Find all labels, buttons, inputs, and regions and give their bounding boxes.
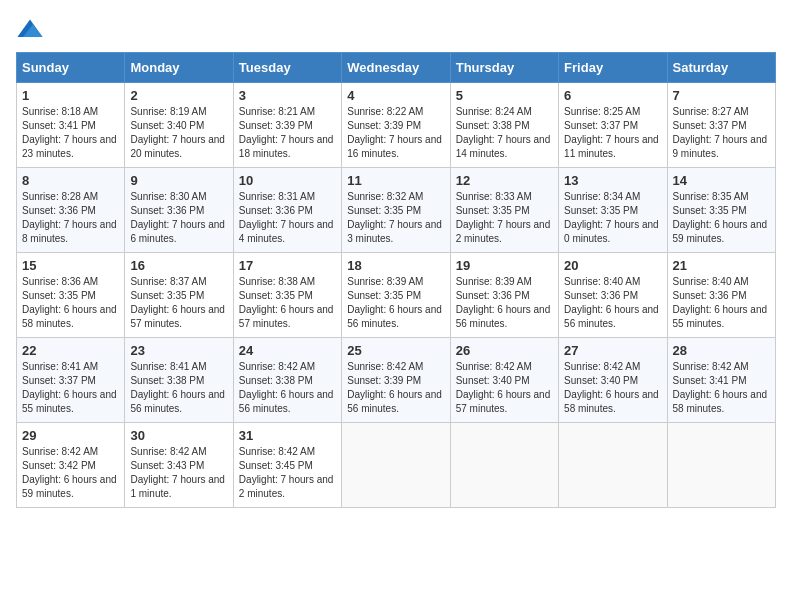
day-info: Sunrise: 8:42 AMSunset: 3:38 PMDaylight:… (239, 360, 336, 416)
day-info: Sunrise: 8:41 AMSunset: 3:37 PMDaylight:… (22, 360, 119, 416)
day-number: 11 (347, 173, 444, 188)
day-cell: 2 Sunrise: 8:19 AMSunset: 3:40 PMDayligh… (125, 83, 233, 168)
day-info: Sunrise: 8:42 AMSunset: 3:41 PMDaylight:… (673, 360, 770, 416)
day-info: Sunrise: 8:32 AMSunset: 3:35 PMDaylight:… (347, 190, 444, 246)
day-cell: 14 Sunrise: 8:35 AMSunset: 3:35 PMDaylig… (667, 168, 775, 253)
header-row: SundayMondayTuesdayWednesdayThursdayFrid… (17, 53, 776, 83)
header-thursday: Thursday (450, 53, 558, 83)
day-info: Sunrise: 8:34 AMSunset: 3:35 PMDaylight:… (564, 190, 661, 246)
day-number: 18 (347, 258, 444, 273)
day-cell (667, 423, 775, 508)
day-number: 26 (456, 343, 553, 358)
day-cell: 8 Sunrise: 8:28 AMSunset: 3:36 PMDayligh… (17, 168, 125, 253)
day-info: Sunrise: 8:42 AMSunset: 3:42 PMDaylight:… (22, 445, 119, 501)
day-cell (450, 423, 558, 508)
day-number: 8 (22, 173, 119, 188)
day-number: 3 (239, 88, 336, 103)
day-info: Sunrise: 8:28 AMSunset: 3:36 PMDaylight:… (22, 190, 119, 246)
day-number: 21 (673, 258, 770, 273)
day-number: 20 (564, 258, 661, 273)
week-row-3: 15 Sunrise: 8:36 AMSunset: 3:35 PMDaylig… (17, 253, 776, 338)
day-cell: 24 Sunrise: 8:42 AMSunset: 3:38 PMDaylig… (233, 338, 341, 423)
day-number: 7 (673, 88, 770, 103)
logo (16, 16, 48, 44)
day-info: Sunrise: 8:19 AMSunset: 3:40 PMDaylight:… (130, 105, 227, 161)
day-info: Sunrise: 8:30 AMSunset: 3:36 PMDaylight:… (130, 190, 227, 246)
day-cell: 22 Sunrise: 8:41 AMSunset: 3:37 PMDaylig… (17, 338, 125, 423)
day-number: 28 (673, 343, 770, 358)
day-number: 10 (239, 173, 336, 188)
day-number: 1 (22, 88, 119, 103)
day-info: Sunrise: 8:42 AMSunset: 3:43 PMDaylight:… (130, 445, 227, 501)
day-cell: 21 Sunrise: 8:40 AMSunset: 3:36 PMDaylig… (667, 253, 775, 338)
calendar-table: SundayMondayTuesdayWednesdayThursdayFrid… (16, 52, 776, 508)
header-saturday: Saturday (667, 53, 775, 83)
header-wednesday: Wednesday (342, 53, 450, 83)
day-cell: 20 Sunrise: 8:40 AMSunset: 3:36 PMDaylig… (559, 253, 667, 338)
day-info: Sunrise: 8:21 AMSunset: 3:39 PMDaylight:… (239, 105, 336, 161)
header-tuesday: Tuesday (233, 53, 341, 83)
day-cell: 19 Sunrise: 8:39 AMSunset: 3:36 PMDaylig… (450, 253, 558, 338)
day-info: Sunrise: 8:27 AMSunset: 3:37 PMDaylight:… (673, 105, 770, 161)
day-cell: 17 Sunrise: 8:38 AMSunset: 3:35 PMDaylig… (233, 253, 341, 338)
day-info: Sunrise: 8:42 AMSunset: 3:39 PMDaylight:… (347, 360, 444, 416)
day-number: 24 (239, 343, 336, 358)
day-info: Sunrise: 8:24 AMSunset: 3:38 PMDaylight:… (456, 105, 553, 161)
day-number: 13 (564, 173, 661, 188)
day-info: Sunrise: 8:33 AMSunset: 3:35 PMDaylight:… (456, 190, 553, 246)
day-info: Sunrise: 8:42 AMSunset: 3:45 PMDaylight:… (239, 445, 336, 501)
day-cell: 30 Sunrise: 8:42 AMSunset: 3:43 PMDaylig… (125, 423, 233, 508)
day-cell: 4 Sunrise: 8:22 AMSunset: 3:39 PMDayligh… (342, 83, 450, 168)
day-info: Sunrise: 8:41 AMSunset: 3:38 PMDaylight:… (130, 360, 227, 416)
day-number: 29 (22, 428, 119, 443)
week-row-5: 29 Sunrise: 8:42 AMSunset: 3:42 PMDaylig… (17, 423, 776, 508)
header-monday: Monday (125, 53, 233, 83)
day-info: Sunrise: 8:18 AMSunset: 3:41 PMDaylight:… (22, 105, 119, 161)
day-cell: 16 Sunrise: 8:37 AMSunset: 3:35 PMDaylig… (125, 253, 233, 338)
day-number: 31 (239, 428, 336, 443)
day-number: 5 (456, 88, 553, 103)
day-number: 17 (239, 258, 336, 273)
day-cell: 3 Sunrise: 8:21 AMSunset: 3:39 PMDayligh… (233, 83, 341, 168)
week-row-2: 8 Sunrise: 8:28 AMSunset: 3:36 PMDayligh… (17, 168, 776, 253)
day-cell: 7 Sunrise: 8:27 AMSunset: 3:37 PMDayligh… (667, 83, 775, 168)
day-cell: 1 Sunrise: 8:18 AMSunset: 3:41 PMDayligh… (17, 83, 125, 168)
day-number: 4 (347, 88, 444, 103)
day-cell (559, 423, 667, 508)
day-number: 22 (22, 343, 119, 358)
day-info: Sunrise: 8:25 AMSunset: 3:37 PMDaylight:… (564, 105, 661, 161)
day-cell: 9 Sunrise: 8:30 AMSunset: 3:36 PMDayligh… (125, 168, 233, 253)
day-number: 25 (347, 343, 444, 358)
day-cell: 12 Sunrise: 8:33 AMSunset: 3:35 PMDaylig… (450, 168, 558, 253)
day-info: Sunrise: 8:40 AMSunset: 3:36 PMDaylight:… (564, 275, 661, 331)
day-number: 19 (456, 258, 553, 273)
day-number: 23 (130, 343, 227, 358)
day-info: Sunrise: 8:38 AMSunset: 3:35 PMDaylight:… (239, 275, 336, 331)
day-number: 2 (130, 88, 227, 103)
day-number: 15 (22, 258, 119, 273)
week-row-4: 22 Sunrise: 8:41 AMSunset: 3:37 PMDaylig… (17, 338, 776, 423)
day-cell: 10 Sunrise: 8:31 AMSunset: 3:36 PMDaylig… (233, 168, 341, 253)
day-cell: 25 Sunrise: 8:42 AMSunset: 3:39 PMDaylig… (342, 338, 450, 423)
day-info: Sunrise: 8:36 AMSunset: 3:35 PMDaylight:… (22, 275, 119, 331)
day-cell: 27 Sunrise: 8:42 AMSunset: 3:40 PMDaylig… (559, 338, 667, 423)
day-info: Sunrise: 8:39 AMSunset: 3:36 PMDaylight:… (456, 275, 553, 331)
day-cell (342, 423, 450, 508)
day-number: 30 (130, 428, 227, 443)
day-info: Sunrise: 8:40 AMSunset: 3:36 PMDaylight:… (673, 275, 770, 331)
day-number: 9 (130, 173, 227, 188)
day-cell: 29 Sunrise: 8:42 AMSunset: 3:42 PMDaylig… (17, 423, 125, 508)
day-info: Sunrise: 8:42 AMSunset: 3:40 PMDaylight:… (456, 360, 553, 416)
day-cell: 23 Sunrise: 8:41 AMSunset: 3:38 PMDaylig… (125, 338, 233, 423)
header (16, 16, 776, 44)
logo-icon (16, 16, 44, 44)
day-info: Sunrise: 8:37 AMSunset: 3:35 PMDaylight:… (130, 275, 227, 331)
day-number: 14 (673, 173, 770, 188)
day-cell: 28 Sunrise: 8:42 AMSunset: 3:41 PMDaylig… (667, 338, 775, 423)
day-info: Sunrise: 8:39 AMSunset: 3:35 PMDaylight:… (347, 275, 444, 331)
day-number: 12 (456, 173, 553, 188)
day-cell: 26 Sunrise: 8:42 AMSunset: 3:40 PMDaylig… (450, 338, 558, 423)
day-info: Sunrise: 8:31 AMSunset: 3:36 PMDaylight:… (239, 190, 336, 246)
header-friday: Friday (559, 53, 667, 83)
day-number: 16 (130, 258, 227, 273)
